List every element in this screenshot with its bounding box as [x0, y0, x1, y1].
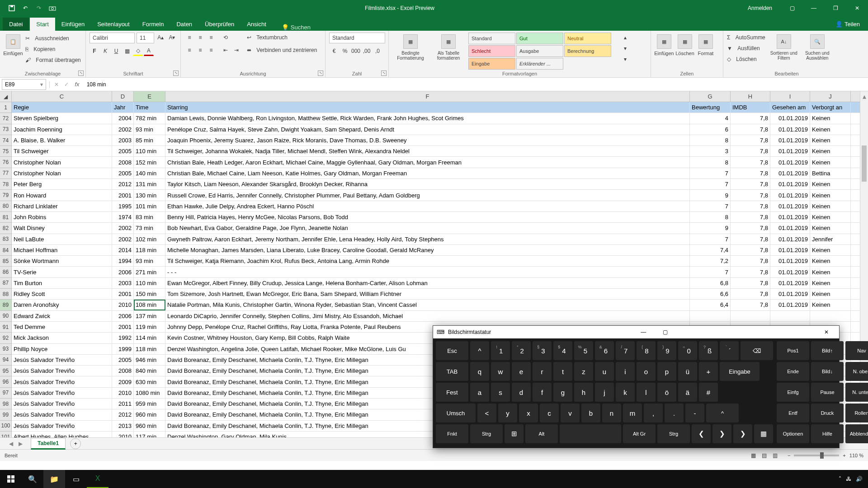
row-head[interactable]: 77	[0, 168, 11, 179]
cell[interactable]: 2001	[112, 190, 134, 200]
decrease-font-icon[interactable]: A▾	[167, 33, 177, 42]
osk-key[interactable]: o	[637, 362, 656, 381]
cell-style-gut[interactable]: Gut	[516, 33, 563, 44]
cell[interactable]: 2006	[112, 311, 134, 321]
cell[interactable]: Leonardo DiCaprio, Jennifer Connelly, St…	[165, 311, 690, 321]
osk-key[interactable]: Fest	[436, 383, 468, 402]
cell[interactable]: 117 min	[134, 432, 165, 437]
osk-key[interactable]: N. unten	[845, 383, 868, 402]
cell[interactable]: 01.01.2019	[770, 278, 810, 288]
cell[interactable]: 2008	[112, 157, 134, 167]
header-cell[interactable]: Bewertung	[690, 102, 731, 113]
cell[interactable]	[810, 311, 851, 321]
tab-überprüfen[interactable]: Überprüfen	[198, 18, 241, 31]
cell[interactable]: 7,8	[731, 212, 770, 222]
cell[interactable]: - - -	[165, 267, 690, 277]
cell-style-ausgabe[interactable]: Ausgabe	[516, 45, 563, 57]
cell[interactable]: 2013	[112, 421, 134, 431]
cell[interactable]	[690, 311, 731, 321]
share-button[interactable]: 👤 Teilen	[827, 18, 868, 31]
cell[interactable]: 93 min	[134, 256, 165, 266]
cell-style-berechnung[interactable]: Berechnung	[564, 45, 611, 57]
osk-key[interactable]: x	[519, 404, 538, 422]
cell[interactable]: 01.01.2019	[770, 157, 810, 167]
osk-key[interactable]: `´	[720, 341, 739, 360]
align-bottom-icon[interactable]: ≡	[206, 33, 216, 42]
cell[interactable]: Ron Howard	[12, 190, 112, 200]
font-family-combo[interactable]: Calibri	[90, 33, 135, 43]
maximize-icon[interactable]: ❐	[826, 0, 844, 16]
increase-decimal-icon[interactable]: ,00	[362, 46, 372, 56]
cell[interactable]: Sönke Wortmann	[12, 256, 112, 266]
cell[interactable]: Bettina	[810, 168, 851, 178]
cell[interactable]: 118 min	[134, 245, 165, 255]
osk-key[interactable]: ❯	[712, 424, 731, 443]
cell[interactable]: Keinen	[810, 124, 851, 135]
cell[interactable]	[770, 311, 810, 321]
osk-key[interactable]: z	[574, 362, 593, 381]
cell[interactable]: Penélope Cruz, Salma Hayek, Steve Zahn, …	[165, 124, 690, 135]
cell[interactable]: Jesús Salvador Treviño	[12, 388, 112, 398]
col-head-H[interactable]: H	[731, 91, 770, 102]
task-view-icon[interactable]: ▭	[65, 470, 87, 488]
cell[interactable]: 01.01.2019	[770, 201, 810, 211]
cell[interactable]: 01.01.2019	[770, 256, 810, 266]
osk-key[interactable]: ⊞	[505, 424, 524, 443]
cell[interactable]: Til Schweiger	[12, 146, 112, 156]
osk-key[interactable]: u	[595, 362, 614, 381]
row-head[interactable]: 94	[0, 355, 11, 366]
cell[interactable]: 7,8	[731, 223, 770, 233]
cell[interactable]: 01.01.2019	[770, 168, 810, 178]
formula-input[interactable]: 108 min	[83, 81, 868, 88]
cell[interactable]: 2001	[112, 322, 134, 332]
osk-key[interactable]: a	[470, 383, 489, 402]
osk-key[interactable]: .	[665, 404, 684, 422]
cell[interactable]: Mick Jackson	[12, 333, 112, 343]
header-cell[interactable]: Verborgt an	[810, 102, 851, 113]
cell[interactable]: Keinen	[810, 212, 851, 222]
align-middle-icon[interactable]: ≡	[195, 33, 205, 42]
cell[interactable]: 7,8	[731, 113, 770, 123]
osk-key[interactable]: ä	[678, 383, 697, 402]
align-left-icon[interactable]: ≡	[184, 45, 194, 55]
osk-key[interactable]: Einfg	[777, 383, 809, 402]
cell[interactable]: 2005	[112, 146, 134, 156]
comma-icon[interactable]: 000	[351, 46, 361, 56]
osk-key[interactable]: Nav	[845, 341, 868, 360]
osk-key[interactable]: Entf	[777, 404, 809, 422]
osk-key[interactable]: t	[553, 362, 572, 381]
osk-key[interactable]: g	[553, 383, 572, 402]
currency-icon[interactable]: €	[329, 46, 339, 56]
cell[interactable]: 2010	[112, 432, 134, 437]
osk-key[interactable]: Rollen	[845, 404, 868, 422]
cell[interactable]: 2012	[112, 179, 134, 189]
cell[interactable]: Edward Zwick	[12, 311, 112, 321]
number-dialog-launcher[interactable]: ⤡	[381, 70, 387, 76]
page-break-view-icon[interactable]: ▥	[770, 450, 780, 460]
cell[interactable]: 137 min	[134, 311, 165, 321]
cell[interactable]: 6,6	[690, 289, 731, 299]
row-head[interactable]: 72	[0, 113, 11, 124]
osk-minimize-icon[interactable]: —	[634, 329, 652, 335]
cell[interactable]: 7,8	[731, 278, 770, 288]
osk-key[interactable]: p	[657, 362, 676, 381]
cell[interactable]: 630 min	[134, 376, 165, 387]
decrease-indent-icon[interactable]: ⇤	[221, 45, 231, 55]
cell[interactable]: 114 min	[134, 333, 165, 343]
cell[interactable]: 7,8	[731, 256, 770, 266]
cell[interactable]: 2006	[112, 267, 134, 277]
osk-key[interactable]: n	[602, 404, 621, 422]
header-cell[interactable]: IMDB	[731, 102, 770, 113]
row-head[interactable]: 73	[0, 124, 11, 135]
tab-daten[interactable]: Daten	[170, 18, 198, 31]
osk-key[interactable]: e	[512, 362, 531, 381]
header-cell[interactable]: Regie	[12, 102, 112, 113]
scroll-thumb[interactable]	[862, 145, 867, 182]
cell-style-schlecht[interactable]: Schlecht	[468, 45, 515, 57]
cell[interactable]: Ridley Scott	[12, 289, 112, 299]
cell[interactable]: 7,8	[731, 179, 770, 189]
cell[interactable]: 8	[690, 212, 731, 222]
undo-icon[interactable]: ↶	[19, 2, 32, 14]
osk-key[interactable]: v	[561, 404, 580, 422]
name-box[interactable]: E89▾	[2, 79, 46, 90]
